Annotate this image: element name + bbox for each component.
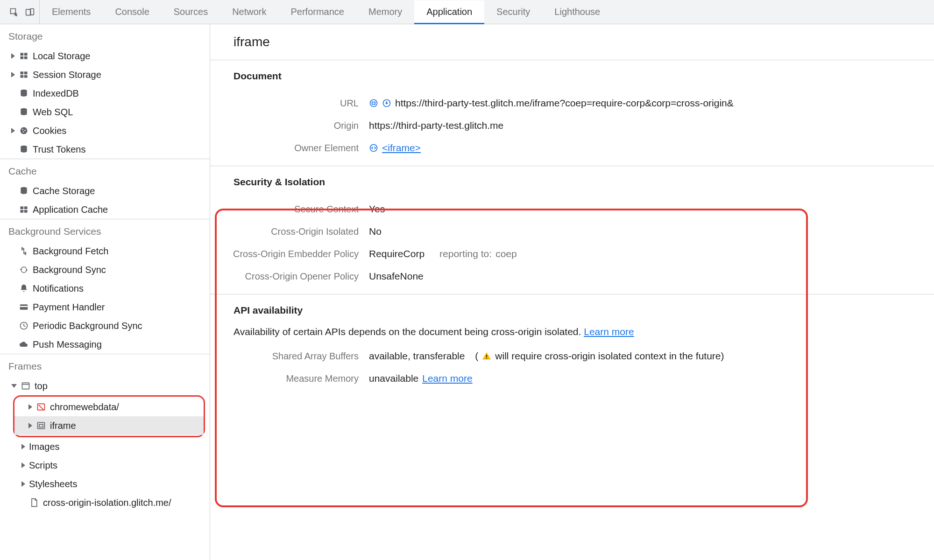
sidebar-item-background-fetch[interactable]: Background Fetch — [0, 242, 210, 260]
tab-performance[interactable]: Performance — [279, 0, 357, 24]
sidebar-item-label: Cache Storage — [33, 184, 95, 198]
svg-rect-4 — [21, 56, 24, 59]
sidebar-item-label: Scripts — [29, 458, 57, 472]
value-url: https://third-party-test.glitch.me/ifram… — [369, 98, 734, 109]
svg-rect-7 — [24, 71, 28, 74]
frame-item-stylesheets[interactable]: Stylesheets — [0, 475, 210, 493]
panel-title: iframe — [210, 24, 934, 60]
value-owner-element[interactable]: <iframe> — [369, 142, 421, 154]
database-icon — [19, 88, 29, 98]
tab-console[interactable]: Console — [103, 0, 161, 24]
frame-icon — [21, 381, 31, 391]
sidebar-item-session-storage[interactable]: Session Storage — [0, 65, 210, 84]
value-shared-array-buffers: available, transferable ( will require c… — [369, 350, 724, 362]
tab-sources[interactable]: Sources — [162, 0, 220, 24]
sidebar-item-label: Session Storage — [33, 68, 101, 82]
sidebar-item-label: Notifications — [33, 281, 84, 295]
frames-annotation-highlight: chromewebdata/ iframe — [13, 395, 205, 437]
sidebar-item-background-sync[interactable]: Background Sync — [0, 260, 210, 279]
svg-rect-19 — [24, 206, 28, 209]
sab-warn-prefix: ( — [475, 350, 478, 362]
label-coep: Cross-Origin Embedder Policy — [224, 249, 369, 259]
sidebar-item-label: Payment Handler — [33, 300, 105, 314]
value-coep: RequireCorp reporting to: coep — [369, 248, 517, 259]
tab-network[interactable]: Network — [220, 0, 278, 24]
card-icon — [19, 302, 29, 312]
sidebar-item-cache-storage[interactable]: Cache Storage — [0, 182, 210, 200]
chevron-right-icon — [21, 462, 25, 468]
table-icon — [19, 204, 29, 215]
sidebar-item-notifications[interactable]: Notifications — [0, 279, 210, 298]
inspect-element-icon[interactable] — [9, 7, 19, 17]
sidebar-item-label: chromewebdata/ — [50, 400, 119, 414]
svg-rect-25 — [22, 383, 29, 389]
svg-rect-2 — [21, 53, 24, 56]
coep-reporting-label: reporting to: — [439, 248, 492, 259]
mm-learn-more-link[interactable]: Learn more — [422, 373, 472, 384]
sidebar-item-label: Web SQL — [33, 105, 73, 119]
label-shared-array-buffers: Shared Array Buffers — [234, 351, 369, 362]
devtools-tab-bar: Elements Console Sources Network Perform… — [0, 0, 934, 24]
application-sidebar: Storage Local Storage Session Storage In… — [0, 24, 210, 560]
sidebar-item-payment-handler[interactable]: Payment Handler — [0, 298, 210, 316]
section-heading-security: Security & Isolation — [234, 176, 934, 188]
tab-lighthouse[interactable]: Lighthouse — [542, 0, 612, 24]
sidebar-item-label: Cookies — [33, 124, 66, 138]
clock-icon — [19, 321, 29, 331]
sidebar-item-label: Background Sync — [33, 263, 106, 277]
frame-item-iframe[interactable]: iframe — [14, 416, 204, 435]
sidebar-item-label: IndexedDB — [33, 86, 79, 100]
svg-line-28 — [39, 405, 43, 410]
sidebar-section-frames: Frames — [0, 354, 210, 377]
reveal-network-icon[interactable] — [382, 98, 391, 108]
frame-item-document[interactable]: cross-origin-isolation.glitch.me/ — [0, 493, 210, 512]
owner-element-link[interactable]: <iframe> — [382, 142, 421, 154]
svg-point-31 — [370, 100, 377, 107]
frame-item-top[interactable]: top — [0, 377, 210, 395]
tab-elements[interactable]: Elements — [40, 0, 103, 24]
iframe-icon — [36, 420, 46, 431]
mm-value-text: unavailable — [369, 373, 418, 384]
chevron-right-icon — [11, 72, 15, 77]
frame-item-images[interactable]: Images — [0, 437, 210, 456]
frame-detail-panel: iframe Document URL https://third-party-… — [210, 24, 934, 560]
svg-point-13 — [22, 129, 23, 130]
tab-security[interactable]: Security — [484, 0, 542, 24]
storage-icon — [19, 51, 29, 61]
fetch-icon — [19, 246, 29, 256]
sidebar-item-indexeddb[interactable]: IndexedDB — [0, 84, 210, 103]
sidebar-item-push-messaging[interactable]: Push Messaging — [0, 335, 210, 354]
svg-point-14 — [24, 130, 26, 131]
learn-more-link[interactable]: Learn more — [584, 326, 634, 337]
chevron-right-icon — [11, 53, 15, 59]
svg-rect-35 — [486, 355, 487, 357]
api-desc-row: Availability of certain APIs depends on … — [234, 326, 934, 345]
sidebar-item-label: Stylesheets — [29, 477, 77, 491]
sidebar-item-application-cache[interactable]: Application Cache — [0, 200, 210, 219]
sidebar-item-websql[interactable]: Web SQL — [0, 103, 210, 121]
sidebar-item-periodic-sync[interactable]: Periodic Background Sync — [0, 316, 210, 335]
sidebar-item-local-storage[interactable]: Local Storage — [0, 47, 210, 65]
reveal-source-icon[interactable] — [369, 98, 378, 108]
sidebar-item-label: Local Storage — [33, 49, 90, 63]
sidebar-item-label: Images — [29, 440, 60, 454]
frame-item-chromewebdata[interactable]: chromewebdata/ — [14, 398, 204, 416]
chevron-right-icon — [28, 423, 32, 428]
tab-memory[interactable]: Memory — [356, 0, 414, 24]
chevron-down-icon — [11, 384, 17, 388]
sidebar-item-cookies[interactable]: Cookies — [0, 121, 210, 140]
topbar-tabs: Elements Console Sources Network Perform… — [40, 0, 612, 24]
svg-rect-3 — [24, 53, 28, 56]
label-measure-memory: Measure Memory — [234, 373, 369, 384]
sidebar-item-trust-tokens[interactable]: Trust Tokens — [0, 140, 210, 159]
value-measure-memory: unavailable Learn more — [369, 373, 473, 384]
svg-rect-5 — [24, 56, 28, 59]
svg-rect-21 — [24, 210, 28, 213]
sab-value-text: available, transferable — [369, 350, 465, 362]
sidebar-section-cache: Cache — [0, 159, 210, 182]
tab-application[interactable]: Application — [414, 0, 484, 24]
sidebar-item-label: iframe — [50, 419, 76, 433]
device-toolbar-icon[interactable] — [25, 7, 35, 17]
frame-item-scripts[interactable]: Scripts — [0, 456, 210, 475]
svg-rect-23 — [20, 306, 28, 308]
